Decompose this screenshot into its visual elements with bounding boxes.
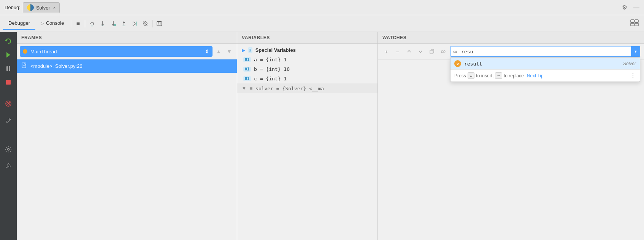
target-icon[interactable] xyxy=(2,98,14,110)
variable-list: ▶ ⊞ Special Variables 01 a = {int} 1 xyxy=(237,44,378,240)
watch-dropdown-button[interactable]: ▾ xyxy=(631,46,640,57)
watch-down-button[interactable] xyxy=(416,47,425,56)
toolbar-separator-2 xyxy=(85,20,85,27)
hint-replace-text: to replace xyxy=(504,73,524,78)
frames-panel: Frames MainThread ⇕ ▲ ▼ xyxy=(17,32,237,240)
autocomplete-dropdown: v result Solver Press ↵ to insert, → to … xyxy=(450,58,640,82)
svg-rect-15 xyxy=(631,20,634,22)
autocomplete-hint: Press ↵ to insert, → to replace Next Tip… xyxy=(450,69,640,82)
svg-point-1 xyxy=(92,25,93,26)
toolbar-separator xyxy=(71,20,71,27)
hint-next-tip-link[interactable]: Next Tip xyxy=(527,73,544,78)
pause-icon[interactable] xyxy=(2,62,14,75)
thread-dropdown-icon: ⇕ xyxy=(205,48,209,54)
content-area: Frames MainThread ⇕ ▲ ▼ xyxy=(0,32,644,240)
step-over-button[interactable] xyxy=(87,18,97,29)
autocomplete-source: Solver xyxy=(623,61,636,66)
var-a-text: a = {int} 1 xyxy=(254,57,287,62)
left-sidebar xyxy=(0,32,17,240)
autocomplete-item[interactable]: v result Solver xyxy=(450,58,640,69)
brush-icon[interactable] xyxy=(2,114,14,126)
thread-selector[interactable]: MainThread ⇕ xyxy=(20,46,213,57)
frame-file-icon xyxy=(21,62,27,70)
rerun-icon[interactable] xyxy=(2,35,14,47)
console-prefix-icon: ▷ xyxy=(41,21,44,26)
settings-icon[interactable]: ⚙ xyxy=(622,4,627,11)
svg-point-27 xyxy=(8,149,10,150)
search-infinity-icon: ∞ xyxy=(453,48,457,54)
step-into-my-code-button[interactable]: ↓ xyxy=(108,18,119,29)
var-solver-text: solver = {Solver} <__ma xyxy=(255,86,324,91)
mute-breakpoints-button[interactable] xyxy=(140,18,151,29)
close-tab-button[interactable]: × xyxy=(53,5,56,10)
svg-rect-16 xyxy=(635,20,638,22)
toolbar: Debugger ▷ Console ≡ xyxy=(0,15,644,32)
stop-icon[interactable] xyxy=(2,76,14,88)
hint-enter-key: ↵ xyxy=(468,72,475,79)
var-b-badge: 01 xyxy=(243,67,251,72)
variable-solver[interactable]: ▼ ≡ solver = {Solver} <__ma xyxy=(237,83,378,93)
var-c-badge: 01 xyxy=(243,76,251,81)
resume-icon[interactable] xyxy=(2,49,14,61)
minimize-icon[interactable]: — xyxy=(633,4,639,11)
autocomplete-var-icon: v xyxy=(454,60,461,67)
debugger-tab[interactable]: Debugger xyxy=(3,17,35,30)
app-container: Debug: Solver × ⚙ — Debugger ▷ Console ≡ xyxy=(0,0,644,240)
remove-watch-button[interactable]: − xyxy=(393,47,402,56)
hint-insert-text: to insert, xyxy=(476,73,493,78)
svg-rect-18 xyxy=(635,23,638,26)
svg-rect-29 xyxy=(22,63,26,68)
watch-search-container: ∞ ▾ v result Solver xyxy=(450,46,640,57)
frame-down-button[interactable]: ▼ xyxy=(225,47,234,56)
svg-rect-22 xyxy=(6,80,11,85)
var-c-text: c = {int} 1 xyxy=(254,76,287,82)
hint-menu-icon[interactable]: ⋮ xyxy=(630,72,636,79)
svg-line-28 xyxy=(6,168,6,169)
special-variables-label: Special Variables xyxy=(255,47,296,53)
watch-copy-button[interactable] xyxy=(427,47,436,56)
watches-header: Watches xyxy=(378,32,644,44)
var-b-text: b = {int} 10 xyxy=(254,66,290,72)
thread-label: MainThread xyxy=(30,49,57,54)
variables-header: Variables xyxy=(237,32,378,44)
watch-up-button[interactable] xyxy=(404,47,414,56)
variable-a[interactable]: 01 a = {int} 1 xyxy=(237,55,378,64)
hint-press-text: Press xyxy=(454,73,466,78)
step-out-button[interactable] xyxy=(119,18,129,29)
step-into-button[interactable] xyxy=(97,18,108,29)
thread-dot xyxy=(23,49,27,54)
add-watch-button[interactable]: + xyxy=(382,47,391,56)
svg-rect-21 xyxy=(9,66,11,71)
layout-button[interactable] xyxy=(628,18,641,29)
frame-item[interactable]: <module>, Solver.py:26 xyxy=(17,59,237,73)
solver-tab[interactable]: Solver × xyxy=(23,2,60,13)
thread-name: MainThread xyxy=(23,49,57,54)
expand-special-icon: ▶ xyxy=(242,48,245,53)
svg-rect-17 xyxy=(631,23,634,26)
toolbar-separator-3 xyxy=(152,20,152,27)
pin-icon[interactable] xyxy=(2,160,14,172)
variable-c[interactable]: 01 c = {int} 1 xyxy=(237,74,378,83)
watches-toolbar: + − xyxy=(378,44,644,59)
watch-infinity-button[interactable]: ∞ xyxy=(439,47,448,56)
evaluate-expression-button[interactable]: 01 xyxy=(154,18,165,29)
svg-text:01: 01 xyxy=(158,22,161,25)
solver-list-icon: ≡ xyxy=(249,85,252,91)
python-icon xyxy=(27,4,34,11)
debug-label: Debug: xyxy=(5,5,21,10)
special-variables-item[interactable]: ▶ ⊞ Special Variables xyxy=(237,45,378,55)
variable-b[interactable]: 01 b = {int} 10 xyxy=(237,64,378,74)
frames-header: Frames xyxy=(17,32,237,44)
console-tab[interactable]: ▷ Console xyxy=(35,17,69,30)
svg-line-26 xyxy=(9,119,10,120)
menu-button[interactable]: ≡ xyxy=(73,18,83,29)
frame-up-button[interactable]: ▲ xyxy=(214,47,223,56)
title-bar-right: ⚙ — xyxy=(622,4,639,11)
frame-list: <module>, Solver.py:26 xyxy=(17,59,237,240)
var-a-badge: 01 xyxy=(243,57,251,62)
special-vars-icon: ⊞ xyxy=(248,47,252,53)
run-to-cursor-button[interactable] xyxy=(129,18,140,29)
solver-tab-label: Solver xyxy=(36,5,50,11)
settings-sidebar-icon[interactable] xyxy=(2,143,14,155)
watch-expression-input[interactable] xyxy=(450,46,640,57)
